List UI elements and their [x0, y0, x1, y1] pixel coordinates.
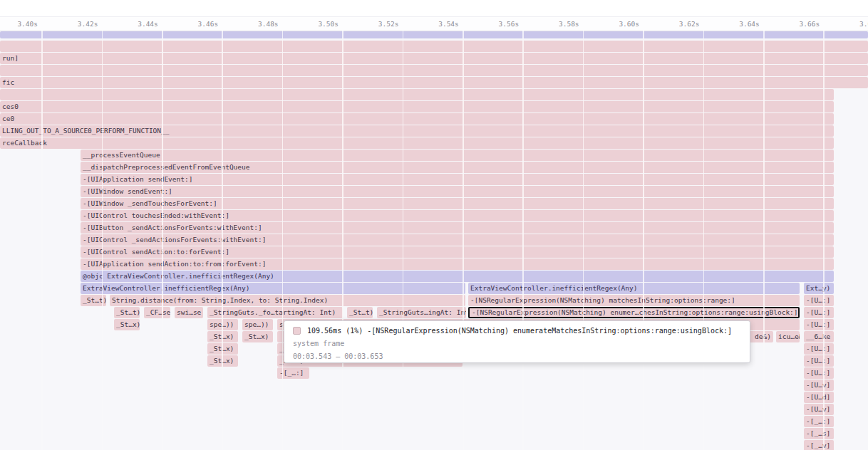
ruler-gridline-overlay — [41, 31, 43, 450]
ruler-gridline-overlay — [342, 31, 343, 450]
flame-bar[interactable]: run] — [0, 53, 868, 64]
ruler-gridline-overlay — [703, 31, 705, 450]
flame-bar[interactable]: _StringGuts…ingAt: Int) — [377, 307, 466, 318]
ruler-gridline-overlay — [222, 31, 223, 450]
ruler-time-label: 3.50s — [318, 20, 339, 28]
flame-bar[interactable]: Ext…y) — [804, 283, 834, 294]
ruler-time-label: 3.64s — [739, 20, 760, 28]
ruler-time-label: 3.40s — [17, 20, 38, 28]
flame-bar[interactable]: -[U…d] — [804, 392, 834, 403]
flame-bar[interactable]: -[UIWindow _sendTouchesForEvent:] — [81, 198, 834, 209]
flame-bar[interactable]: -[NSRegularExpression(NSMatching) matche… — [468, 295, 800, 306]
flame-bar[interactable]: _St…t) — [347, 307, 373, 318]
ruler-gridline-overlay — [162, 31, 163, 450]
tooltip-title-row: 109.56ms (1%) -[NSRegularExpression(NSMa… — [293, 327, 741, 335]
flame-bar[interactable]: -[U…:] — [804, 307, 834, 318]
ruler-gridline-overlay — [403, 31, 404, 450]
flame-bar[interactable]: -[_…s] — [804, 428, 834, 439]
ruler-time-label: 3.62s — [679, 20, 700, 28]
flame-bar[interactable]: ces0 — [0, 101, 834, 112]
ruler-time-label: 3.60s — [619, 20, 639, 28]
flame-bar[interactable]: -[U…v] — [804, 404, 834, 415]
flame-bar[interactable]: fic — [0, 77, 868, 88]
ruler-gridline-overlay — [522, 31, 524, 450]
flame-bar[interactable]: _St…x) — [114, 319, 140, 330]
ruler-time-label: 3.58s — [559, 20, 579, 28]
tooltip-subtitle: system frame — [293, 340, 741, 347]
flame-bar[interactable]: __6…ke — [804, 331, 834, 342]
flame-bar[interactable]: rceCallback — [0, 137, 834, 149]
flame-bar-selected[interactable]: -[NSRegularExpression(NSMatching) enumer… — [468, 307, 800, 318]
ruler-gridline-overlay — [643, 31, 644, 450]
flame-bar[interactable]: -[UIControl sendAction:to:forEvent:] — [81, 246, 834, 258]
flame-bar[interactable]: -[UIApplication sendAction:to:from:forEv… — [81, 258, 834, 270]
hover-tooltip: 109.56ms (1%) -[NSRegularExpression(NSMa… — [284, 320, 750, 363]
flame-bar[interactable]: -[_…v] — [804, 440, 834, 450]
ruler-time-label: 3.44s — [138, 20, 158, 28]
ruler-time-label: 3.46s — [198, 20, 219, 28]
ruler-time-label: 3.66s — [800, 20, 820, 28]
flame-bar[interactable]: _St…t) — [114, 307, 140, 318]
flame-bar[interactable]: -[U…:] — [804, 319, 834, 330]
flame-bar[interactable]: _StringGuts._fo…tartingAt: Int) — [207, 307, 343, 318]
flame-bar[interactable]: -[UIWindow sendEvent:] — [81, 186, 834, 197]
flame-bar[interactable]: ExtraViewController.inefficientRegex(Any… — [81, 283, 465, 294]
flame-bar[interactable]: -[UIControl touchesEnded:withEvent:] — [81, 210, 834, 221]
flame-bar[interactable]: -[U…v] — [804, 380, 834, 391]
flame-bar[interactable] — [0, 89, 834, 100]
ruler-gridline-overlay — [102, 31, 103, 450]
ruler-time-label: 3.42s — [78, 20, 98, 28]
flame-bar[interactable]: icu…e&) — [776, 331, 800, 342]
tooltip-time-range: 00:03.543 — 00:03.653 — [293, 352, 741, 360]
window-top-strip — [0, 0, 868, 17]
flame-bar[interactable]: -[UIControl _sendActionsForEvents:withEv… — [81, 234, 834, 246]
flame-bar[interactable] — [0, 31, 868, 38]
flame-bar[interactable] — [0, 65, 868, 76]
flame-bar[interactable]: ExtraViewController.inefficientRegex(Any… — [468, 283, 800, 294]
ruler-gridline-overlay — [823, 31, 825, 450]
instruments-flame-chart-view: run]ficces0ce0LLING_OUT_TO_A_SOURCE0_PER… — [0, 0, 868, 450]
ruler-time-label: 3.52s — [378, 20, 399, 28]
flame-bar[interactable]: @objc ExtraViewController.inefficientReg… — [81, 271, 834, 282]
ruler-gridline-overlay — [282, 31, 284, 450]
tooltip-color-swatch — [293, 327, 301, 335]
ruler-gridline-overlay — [463, 31, 464, 450]
flame-bar[interactable]: __processEventQueue — [81, 150, 834, 161]
ruler-gridline-overlay — [583, 31, 584, 450]
flame-bar[interactable]: __dispatchPreprocessedEventFromEventQueu… — [81, 162, 834, 173]
flame-bar[interactable]: -[U…:] — [804, 295, 834, 306]
flame-bar[interactable]: LLING_OUT_TO_A_SOURCE0_PERFORM_FUNCTION_… — [0, 125, 834, 137]
flame-bar[interactable]: _CF…se — [144, 307, 170, 318]
flame-bar[interactable]: -[UIApplication sendEvent:] — [81, 174, 834, 185]
flame-bar[interactable] — [0, 41, 868, 52]
flame-bar[interactable]: -[_…:] — [804, 416, 834, 427]
flame-bar[interactable]: -[U…:] — [804, 367, 834, 379]
tooltip-title: 109.56ms (1%) -[NSRegularExpression(NSMa… — [307, 327, 732, 335]
time-ruler[interactable]: 3.40s3.42s3.44s3.46s3.48s3.50s3.52s3.54s… — [0, 17, 868, 31]
flame-bar[interactable]: String.distance(from: String.Index, to: … — [110, 295, 465, 306]
flame-bar[interactable]: -[UIButton _sendActionsForEvents:withEve… — [81, 222, 834, 234]
flame-bar[interactable]: spe…)) — [242, 319, 273, 330]
ruler-gridline-overlay — [763, 31, 765, 450]
flame-bar[interactable]: _St…x) — [242, 331, 273, 342]
ruler-time-label: 3.54s — [438, 20, 459, 28]
flame-bar[interactable]: ce0 — [0, 113, 834, 125]
flame-chart: run]ficces0ce0LLING_OUT_TO_A_SOURCE0_PER… — [0, 0, 868, 450]
ruler-time-label: 3.56s — [499, 20, 520, 28]
ruler-time-label: 3.48s — [258, 20, 279, 28]
flame-bar[interactable]: swi…se — [175, 307, 203, 318]
ruler-time-label: 3.68s — [859, 20, 868, 28]
flame-bar[interactable]: -[U…:] — [804, 355, 834, 367]
flame-bar[interactable]: -[U…:] — [804, 343, 834, 355]
